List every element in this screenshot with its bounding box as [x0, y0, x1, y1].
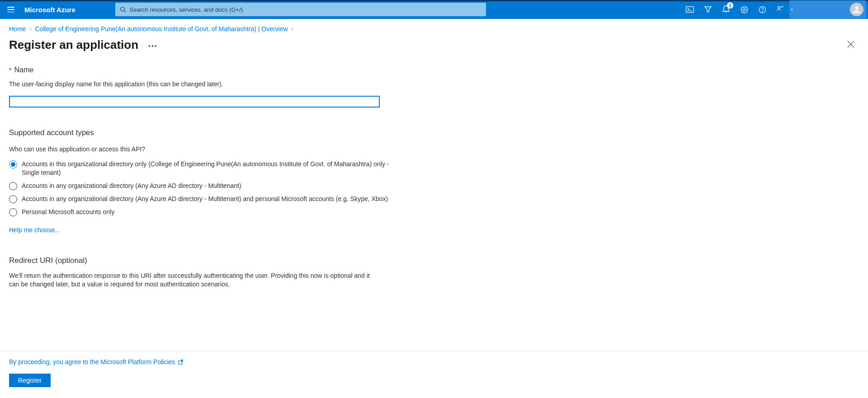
gear-icon	[741, 6, 748, 14]
directories-button[interactable]	[699, 0, 717, 19]
help-icon	[759, 6, 766, 14]
settings-button[interactable]	[735, 0, 753, 19]
help-button[interactable]	[753, 0, 771, 19]
external-link-icon	[178, 359, 184, 365]
cloud-shell-button[interactable]	[681, 0, 699, 19]
svg-marker-4	[705, 7, 711, 12]
top-bar: Microsoft Azure 2	[0, 0, 868, 19]
feedback-icon	[776, 5, 784, 14]
radio-label: Accounts in any organizational directory…	[22, 182, 241, 190]
redirect-uri-description: We'll return the authentication response…	[9, 272, 380, 289]
required-star: *	[9, 66, 11, 74]
radio-single-tenant[interactable]: Accounts in this organizational director…	[9, 160, 398, 177]
notifications-badge: 2	[727, 2, 733, 9]
svg-point-8	[778, 6, 780, 9]
filter-icon	[704, 6, 712, 13]
help-me-choose-link[interactable]: Help me choose...	[9, 226, 60, 234]
svg-point-5	[743, 9, 745, 10]
global-search-input[interactable]	[130, 6, 481, 13]
radio-icon	[9, 160, 17, 169]
top-icons: 2	[681, 0, 866, 19]
notifications-button[interactable]: 2	[717, 0, 735, 19]
close-icon	[847, 41, 854, 48]
title-row: Register an application •••	[0, 34, 868, 53]
more-actions-button[interactable]: •••	[148, 40, 158, 50]
account-types-heading: Supported account types	[9, 128, 398, 137]
svg-point-0	[121, 7, 125, 11]
page-title: Register an application	[9, 38, 138, 52]
hamburger-icon	[7, 7, 14, 12]
radio-label: Accounts in any organizational directory…	[22, 195, 388, 203]
svg-rect-2	[686, 7, 694, 13]
radio-label: Personal Microsoft accounts only	[22, 208, 114, 216]
platform-policies-link[interactable]: By proceeding, you agree to the Microsof…	[9, 358, 175, 365]
name-label-row: *Name	[9, 66, 398, 74]
radio-icon	[9, 182, 17, 190]
account-types-radios: Accounts in this organizational director…	[9, 160, 398, 216]
radio-multitenant-personal[interactable]: Accounts in any organizational directory…	[9, 195, 398, 203]
cloud-shell-icon	[686, 6, 694, 13]
svg-point-9	[855, 6, 859, 10]
account-area[interactable]	[789, 0, 866, 19]
radio-label: Accounts in this organizational director…	[22, 160, 392, 177]
radio-icon	[9, 195, 17, 203]
search-wrap	[115, 3, 486, 16]
name-description: The user-facing display name for this ap…	[9, 80, 398, 88]
svg-line-1	[124, 11, 126, 13]
name-label: Name	[14, 66, 33, 74]
chevron-right-icon: ›	[29, 26, 31, 32]
app-name-input[interactable]	[9, 96, 380, 108]
breadcrumb-org[interactable]: College of Engineering Pune(An autonomou…	[35, 25, 288, 33]
redirect-uri-heading: Redirect URI (optional)	[9, 256, 398, 265]
policies-row: By proceeding, you agree to the Microsof…	[9, 358, 859, 365]
hamburger-menu-button[interactable]	[2, 0, 20, 19]
breadcrumb-home[interactable]: Home	[9, 25, 26, 33]
avatar[interactable]	[850, 3, 863, 16]
global-search[interactable]	[115, 3, 486, 16]
radio-personal-only[interactable]: Personal Microsoft accounts only	[9, 208, 398, 216]
breadcrumb: Home › College of Engineering Pune(An au…	[0, 19, 868, 34]
brand-label[interactable]: Microsoft Azure	[20, 6, 84, 14]
person-icon	[852, 5, 861, 14]
svg-line-13	[181, 360, 183, 362]
form-area: *Name The user-facing display name for t…	[0, 53, 407, 366]
chevron-right-icon: ›	[292, 26, 293, 32]
svg-point-7	[762, 11, 763, 11]
footer-bar: By proceeding, you agree to the Microsof…	[0, 351, 868, 366]
feedback-button[interactable]	[771, 0, 789, 19]
account-types-question: Who can use this application or access t…	[9, 145, 398, 153]
close-button[interactable]	[843, 36, 859, 53]
radio-multitenant[interactable]: Accounts in any organizational directory…	[9, 182, 398, 190]
search-icon	[120, 6, 126, 13]
radio-icon	[9, 208, 17, 216]
